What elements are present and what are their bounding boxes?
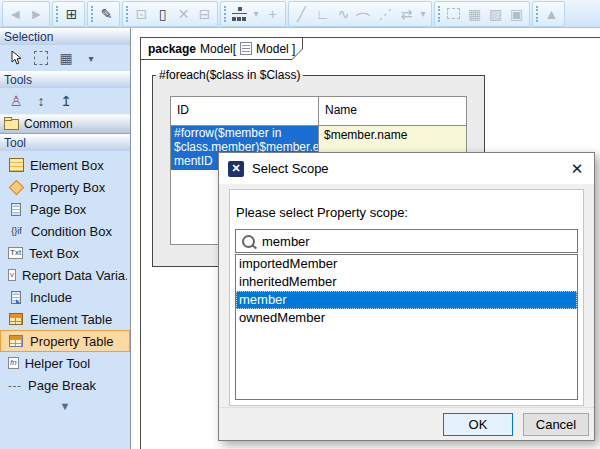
scope-list-item-ownedMember[interactable]: ownedMember (236, 309, 577, 327)
ok-button[interactable]: OK (443, 413, 513, 436)
paste-icon[interactable]: ▯ (152, 3, 173, 24)
align-vertical-icon[interactable]: ↥ (58, 93, 74, 109)
frame-shape-icon[interactable]: ▣ (506, 3, 527, 24)
marquee-select-icon[interactable] (33, 50, 49, 66)
scope-list-item-inheritedMember[interactable]: inheritedMember (236, 273, 577, 291)
toolbar-group-navigation: ◄ ► (2, 1, 50, 27)
section-header-selection[interactable]: Selection (0, 28, 130, 45)
align-icon[interactable]: + (262, 3, 283, 24)
scope-list-item-member[interactable]: member (236, 291, 577, 309)
text-box-icon: Txt (8, 247, 23, 259)
tool-item-element-box[interactable]: Element Box (0, 154, 130, 176)
tool-item-label: Report Data Varia... (22, 268, 127, 283)
dialog-title-bar[interactable]: ✕ Select Scope ✕ (219, 153, 594, 184)
section-header-tool[interactable]: Tool (0, 134, 130, 151)
diagram-table-header-name[interactable]: Name (319, 97, 466, 125)
toolbar-grip[interactable] (126, 6, 128, 22)
tool-item-label: Element Table (30, 312, 112, 327)
page-box-icon (8, 201, 24, 217)
toolbar-grip[interactable] (56, 6, 58, 22)
autosize-icon[interactable] (443, 3, 464, 24)
reset-path-icon[interactable]: ⇄ (396, 3, 417, 24)
delete-icon[interactable]: ✕ (173, 3, 194, 24)
tool-item-property-box[interactable]: Property Box (0, 176, 130, 198)
tools-icon-row: ♙ ↕ ↥ (0, 88, 130, 114)
collapse-arrow-icon[interactable]: ▼ (60, 400, 71, 412)
copy-icon[interactable]: ⊡ (131, 3, 152, 24)
element-box-icon (8, 157, 24, 173)
distribute-vertical-icon[interactable]: ↕ (33, 93, 49, 109)
diagram-icon (240, 42, 252, 55)
stamp-tool-icon[interactable]: ♙ (8, 93, 24, 109)
scope-search-box (235, 229, 578, 253)
frame-title-left: Model[ (200, 42, 236, 56)
back-icon[interactable]: ◄ (5, 3, 26, 24)
package-frame-header-text: package Model[ Model ] (141, 38, 302, 59)
line-jump-icon[interactable]: ⋰ (375, 3, 396, 24)
toolbar-grip[interactable] (536, 6, 538, 22)
layout-hierarchy-icon[interactable] (229, 3, 250, 24)
cursor-arrow-icon[interactable] (8, 50, 24, 66)
section-header-tools[interactable]: Tools (0, 71, 130, 88)
tool-item-label: Condition Box (31, 224, 112, 239)
selection-caret-icon[interactable]: ▾ (83, 50, 99, 66)
tool-item-helper-tool[interactable]: fn Helper Tool (0, 352, 130, 374)
drawer-common[interactable]: Common (0, 114, 130, 134)
tool-item-label: Page Box (30, 202, 86, 217)
toolbar-group-clipboard: ⊡ ▯ ✕ ⊟ (122, 1, 218, 27)
tool-item-page-box[interactable]: Page Box (0, 198, 130, 220)
tool-item-text-box[interactable]: Txt Text Box (0, 242, 130, 264)
page-break-icon: --- (8, 379, 22, 391)
tool-item-include[interactable]: Include (0, 286, 130, 308)
toolbar-group-path-style: ╱ ∟ ∿ ( ⋰ ⇄ ▾ (288, 1, 432, 27)
check-syntax-icon[interactable]: ✎ (96, 3, 117, 24)
report-data-variable-icon: v (8, 269, 16, 281)
tool-item-element-table[interactable]: Element Table (0, 308, 130, 330)
frame-keyword: package (148, 42, 196, 56)
rectilinear-line-icon[interactable]: ∟ (312, 3, 333, 24)
paste-special-icon[interactable]: ⊟ (194, 3, 215, 24)
toolbar-grip[interactable] (438, 6, 440, 22)
cancel-button[interactable]: Cancel (523, 413, 589, 436)
property-box-icon (8, 179, 24, 195)
package-frame-left-border (140, 37, 141, 449)
toolbar-grip[interactable] (224, 6, 226, 22)
helper-tool-icon: fn (8, 357, 19, 369)
foreach-frame-label: #foreach($class in $Class) (156, 68, 303, 82)
package-frame-header[interactable]: package Model[ Model ] (140, 37, 303, 60)
scope-list-item-importedMember[interactable]: importedMember (236, 255, 577, 273)
tool-item-label: Page Break (28, 378, 96, 393)
grid-table-icon[interactable]: ▦ (464, 3, 485, 24)
drawer-common-label: Common (24, 117, 73, 131)
tool-item-page-break[interactable]: --- Page Break (0, 374, 130, 396)
forward-icon[interactable]: ► (26, 3, 47, 24)
close-icon[interactable]: ✕ (560, 153, 594, 184)
curved-line-icon[interactable]: ( (354, 3, 375, 24)
scope-search-input[interactable] (262, 234, 577, 249)
frame-title-right: Model ] (256, 42, 295, 56)
containment-tree-icon[interactable]: ⊞ (61, 3, 82, 24)
layout-caret-icon[interactable]: ▾ (250, 3, 262, 24)
pyramid-icon[interactable]: ▲ (541, 3, 562, 24)
scope-prompt-label: Please select Property scope: (236, 205, 583, 220)
palette-collapse-row: ▼ (0, 396, 130, 412)
tool-item-report-data-variable[interactable]: v Report Data Varia... (0, 264, 130, 286)
diagram-table-header-id[interactable]: ID (171, 97, 319, 125)
application-window: ◄ ► ⊞ ✎ ⊡ ▯ ✕ ⊟ ▾ + ╱ ∟ ∿ ( ⋰ (0, 0, 600, 449)
element-table-icon (8, 311, 24, 327)
main-toolbar: ◄ ► ⊞ ✎ ⊡ ▯ ✕ ⊟ ▾ + ╱ ∟ ∿ ( ⋰ (0, 0, 600, 28)
group-select-icon[interactable]: ▦ (58, 50, 74, 66)
scope-selection-panel: Please select Property scope: importedMe… (229, 189, 584, 406)
path-caret-icon[interactable]: ▾ (417, 3, 429, 24)
tool-item-property-table[interactable]: Property Table (0, 330, 130, 352)
tool-item-label: Property Table (30, 334, 114, 349)
folder-icon (4, 119, 19, 130)
straight-line-icon[interactable]: ╱ (291, 3, 312, 24)
oblique-line-icon[interactable]: ∿ (333, 3, 354, 24)
image-shape-icon[interactable]: ▨ (485, 3, 506, 24)
app-logo-icon: ✕ (228, 161, 244, 177)
tool-item-label: Property Box (30, 180, 105, 195)
include-icon (8, 289, 24, 305)
tool-item-condition-box[interactable]: {}if Condition Box (0, 220, 130, 242)
toolbar-grip[interactable] (91, 6, 93, 22)
